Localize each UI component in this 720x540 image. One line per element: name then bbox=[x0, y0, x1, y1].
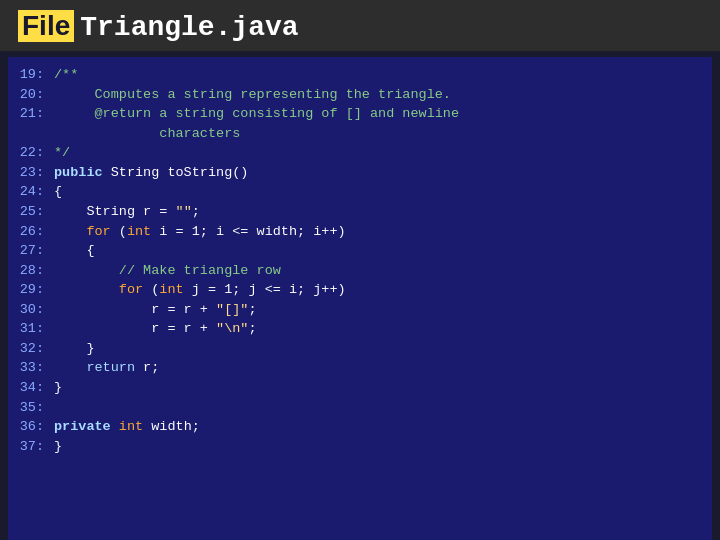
line-content: String r = ""; bbox=[54, 202, 702, 222]
title-bar: File Triangle.java bbox=[0, 0, 720, 51]
line-29: 29: for (int j = 1; j <= i; j++) bbox=[18, 280, 702, 300]
line-number: 32: bbox=[18, 339, 54, 359]
line-number: 25: bbox=[18, 202, 54, 222]
line-24: 24: { bbox=[18, 182, 702, 202]
line-25: 25: String r = ""; bbox=[18, 202, 702, 222]
line-number: 37: bbox=[18, 437, 54, 457]
line-number: 20: bbox=[18, 85, 54, 105]
line-number: 22: bbox=[18, 143, 54, 163]
line-21: 21: @return a string consisting of [] an… bbox=[18, 104, 702, 124]
line-number: 28: bbox=[18, 261, 54, 281]
line-number: 19: bbox=[18, 65, 54, 85]
line-34: 34: } bbox=[18, 378, 702, 398]
line-content: { bbox=[54, 241, 702, 261]
line-30: 30: r = r + "[]"; bbox=[18, 300, 702, 320]
line-36: 36: private int width; bbox=[18, 417, 702, 437]
line-content: // Make triangle row bbox=[54, 261, 702, 281]
line-37: 37: } bbox=[18, 437, 702, 457]
line-content: private int width; bbox=[54, 417, 702, 437]
line-number: 35: bbox=[18, 398, 54, 418]
line-number: 23: bbox=[18, 163, 54, 183]
line-content: characters bbox=[54, 124, 702, 144]
line-20: 20: Computes a string representing the t… bbox=[18, 85, 702, 105]
line-number: 31: bbox=[18, 319, 54, 339]
line-content: @return a string consisting of [] and ne… bbox=[54, 104, 702, 124]
line-22: 22: */ bbox=[18, 143, 702, 163]
line-32: 32: } bbox=[18, 339, 702, 359]
line-35: 35: bbox=[18, 398, 702, 418]
line-number: 34: bbox=[18, 378, 54, 398]
line-number: 26: bbox=[18, 222, 54, 242]
line-number: 33: bbox=[18, 358, 54, 378]
line-number: 36: bbox=[18, 417, 54, 437]
line-27: 27: { bbox=[18, 241, 702, 261]
line-content: r = r + "\n"; bbox=[54, 319, 702, 339]
line-content: r = r + "[]"; bbox=[54, 300, 702, 320]
line-26: 26: for (int i = 1; i <= width; i++) bbox=[18, 222, 702, 242]
line-content: } bbox=[54, 437, 702, 457]
line-content: { bbox=[54, 182, 702, 202]
line-content: /** bbox=[54, 65, 702, 85]
line-number: 21: bbox=[18, 104, 54, 124]
line-content: } bbox=[54, 339, 702, 359]
line-19: 19: /** bbox=[18, 65, 702, 85]
title-filename: Triangle.java bbox=[80, 12, 298, 43]
line-28: 28: // Make triangle row bbox=[18, 261, 702, 281]
line-content: return r; bbox=[54, 358, 702, 378]
line-content: public String toString() bbox=[54, 163, 702, 183]
line-33: 33: return r; bbox=[18, 358, 702, 378]
line-content: */ bbox=[54, 143, 702, 163]
line-content: } bbox=[54, 378, 702, 398]
line-number: 30: bbox=[18, 300, 54, 320]
title-file-label: File bbox=[18, 10, 74, 42]
line-23: 23: public String toString() bbox=[18, 163, 702, 183]
line-content: for (int i = 1; i <= width; i++) bbox=[54, 222, 702, 242]
line-31: 31: r = r + "\n"; bbox=[18, 319, 702, 339]
line-21b: characters bbox=[18, 124, 702, 144]
line-number: 27: bbox=[18, 241, 54, 261]
line-content: Computes a string representing the trian… bbox=[54, 85, 702, 105]
line-number: 24: bbox=[18, 182, 54, 202]
line-number: 29: bbox=[18, 280, 54, 300]
line-content: for (int j = 1; j <= i; j++) bbox=[54, 280, 702, 300]
code-area: 19: /** 20: Computes a string representi… bbox=[8, 57, 712, 540]
